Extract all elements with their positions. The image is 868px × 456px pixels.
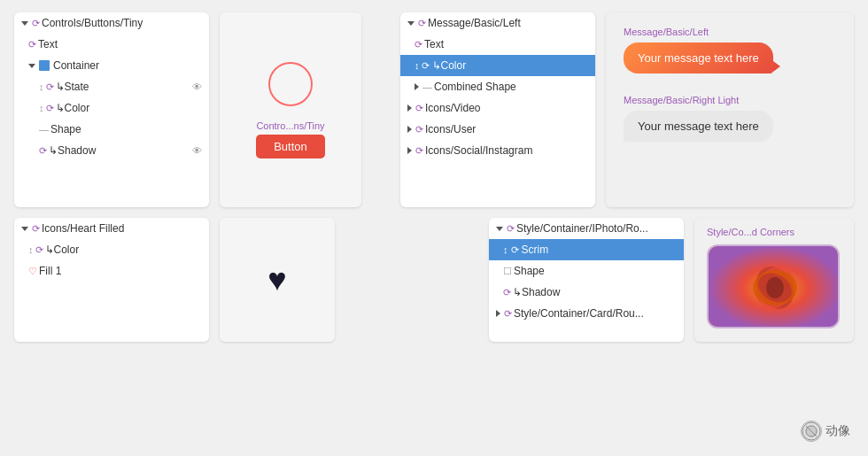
component-icon: ⟳	[39, 145, 47, 157]
top-row: ⟳ Controls/Buttons/Tiny ⟳ Text Container…	[14, 12, 854, 207]
collapse-arrow-icon	[407, 126, 412, 133]
text-item[interactable]: ⟳ Text	[400, 34, 595, 55]
message-section-2: Message/Basic/Right Light Your message t…	[624, 95, 773, 142]
fill-item[interactable]: ♡ Fill 1	[14, 260, 209, 282]
color-item-selected[interactable]: ↕ ⟳ ↳Color	[400, 55, 595, 76]
style-image-inner	[709, 246, 838, 327]
state-label: ↳State	[56, 81, 89, 93]
tree-root-label: Style/Container/IPhoto/Ro...	[516, 222, 648, 235]
expand-arrow-icon	[28, 64, 35, 68]
color-label: ↳Color	[45, 243, 80, 256]
watermark-svg	[802, 421, 821, 441]
message-preview-panel: Message/Basic/Left Your message text her…	[606, 12, 854, 207]
tree-root-item[interactable]: ⟳ Controls/Buttons/Tiny	[14, 12, 209, 34]
component-icon: ⟳	[32, 223, 40, 235]
component-icon: ⟳	[32, 18, 40, 29]
combined-shape-label: Combined Shape	[434, 81, 516, 93]
main-container: ⟳ Controls/Buttons/Tiny ⟳ Text Container…	[0, 0, 868, 354]
style-card-item[interactable]: ⟳ Style/Container/Card/Rou...	[489, 303, 684, 324]
tree-root-label: Icons/Heart Filled	[42, 222, 124, 235]
component-icon: ⟳	[504, 308, 512, 320]
style-preview-panel: Style/Co...d Corners	[694, 218, 854, 342]
bubble-text-1: Your message text here	[638, 51, 759, 65]
container-item[interactable]: Container	[14, 55, 209, 76]
message-label-2: Message/Basic/Right Light	[624, 95, 773, 105]
combined-shape-item[interactable]: — Combined Shape	[400, 76, 595, 97]
controls-preview-panel: Contro...ns/Tiny Button	[220, 12, 361, 207]
spacer-bottom	[345, 218, 478, 342]
watermark-text: 动像	[825, 423, 850, 439]
shape-item[interactable]: — Shape	[14, 119, 209, 140]
style-card-label: Style/Container/Card/Rou...	[514, 307, 644, 320]
component-icon: ⟳	[511, 244, 519, 256]
text-label: Text	[38, 38, 58, 50]
expand-arrow-icon	[496, 227, 503, 231]
message-bubble-orange: Your message text here	[624, 43, 773, 73]
component-icon: ⟳	[415, 103, 423, 114]
shadow-label: ↳Shadow	[513, 286, 560, 298]
state-item[interactable]: ↕ ⟳ ↳State 👁	[14, 76, 209, 97]
shape-label: Shape	[514, 265, 545, 277]
watermark: 动像	[801, 421, 850, 442]
expand-arrow-icon	[407, 21, 415, 26]
tree-root-item[interactable]: ⟳ Message/Basic/Left	[400, 12, 595, 34]
component-icon: ⟳	[28, 39, 36, 50]
color-item[interactable]: ↕ ⟳ ↳Color	[14, 97, 209, 119]
preview-button[interactable]: Button	[256, 135, 325, 158]
component-icon: ⟳	[507, 223, 515, 235]
swap-icon: ↕	[39, 103, 44, 113]
shape-item[interactable]: ☐ Shape	[489, 260, 684, 282]
style-preview-label: Style/Co...d Corners	[707, 227, 794, 237]
component-icon: ⟳	[46, 81, 54, 93]
icons-video-label: Icons/Video	[425, 102, 481, 114]
fill-label: Fill 1	[39, 265, 61, 277]
color-item[interactable]: ↕ ⟳ ↳Color	[14, 239, 209, 260]
heart-icon: ♡	[28, 266, 37, 277]
component-icon: ⟳	[415, 145, 423, 157]
component-icon: ⟳	[422, 60, 430, 72]
tree-root-item[interactable]: ⟳ Style/Container/IPhoto/Ro...	[489, 218, 684, 239]
scrim-label: Scrim	[522, 243, 549, 256]
preview-circle	[268, 62, 313, 106]
icons-video-item[interactable]: ⟳ Icons/Video	[400, 97, 595, 119]
color-label: ↳Color	[432, 59, 467, 72]
message-basic-left-panel: ⟳ Message/Basic/Left ⟳ Text ↕ ⟳ ↳Color —…	[400, 12, 595, 207]
color-label: ↳Color	[56, 102, 90, 114]
tree-root-label: Message/Basic/Left	[428, 17, 521, 29]
collapse-arrow-icon	[415, 83, 419, 90]
svg-point-5	[766, 277, 784, 298]
component-icon: ⟳	[503, 287, 511, 298]
watermark-icon	[801, 421, 822, 442]
eye-icon[interactable]: 👁	[192, 81, 202, 92]
message-bubble-gray: Your message text here	[624, 111, 773, 142]
icons-instagram-item[interactable]: ⟳ Icons/Social/Instagram	[400, 140, 595, 161]
icons-user-item[interactable]: ⟳ Icons/User	[400, 119, 595, 140]
icons-user-label: Icons/User	[425, 123, 476, 135]
style-image-container	[707, 244, 840, 328]
collapse-arrow-icon	[496, 310, 500, 317]
bubble-text-2: Your message text here	[638, 120, 759, 133]
shadow-label: ↳Shadow	[49, 144, 96, 157]
blue-square-icon	[39, 60, 50, 71]
rect-icon: ☐	[503, 266, 512, 277]
preview-label: Contro...ns/Tiny	[256, 120, 325, 131]
text-item[interactable]: ⟳ Text	[14, 34, 209, 55]
container-label: Container	[53, 59, 99, 72]
minus-icon: —	[422, 81, 432, 92]
icons-instagram-label: Icons/Social/Instagram	[425, 144, 532, 157]
heart-preview-panel: ♥	[220, 218, 335, 342]
style-container-panel: ⟳ Style/Container/IPhoto/Ro... ↕ ⟳ Scrim…	[489, 218, 684, 342]
expand-arrow-icon	[21, 227, 28, 231]
tree-root-item[interactable]: ⟳ Icons/Heart Filled	[14, 218, 209, 239]
spacer	[372, 12, 390, 207]
eye-icon[interactable]: 👁	[192, 145, 202, 156]
bottom-row: ⟳ Icons/Heart Filled ↕ ⟳ ↳Color ♡ Fill 1…	[14, 218, 854, 342]
heart-preview-icon: ♥	[267, 261, 286, 298]
shape-label: Shape	[50, 123, 81, 135]
shadow-item[interactable]: ⟳ ↳Shadow 👁	[14, 140, 209, 161]
preview-content	[268, 62, 313, 106]
expand-arrow-icon	[21, 21, 28, 26]
shadow-item[interactable]: ⟳ ↳Shadow	[489, 282, 684, 303]
component-icon: ⟳	[35, 244, 43, 256]
scrim-item[interactable]: ↕ ⟳ Scrim	[489, 239, 684, 260]
